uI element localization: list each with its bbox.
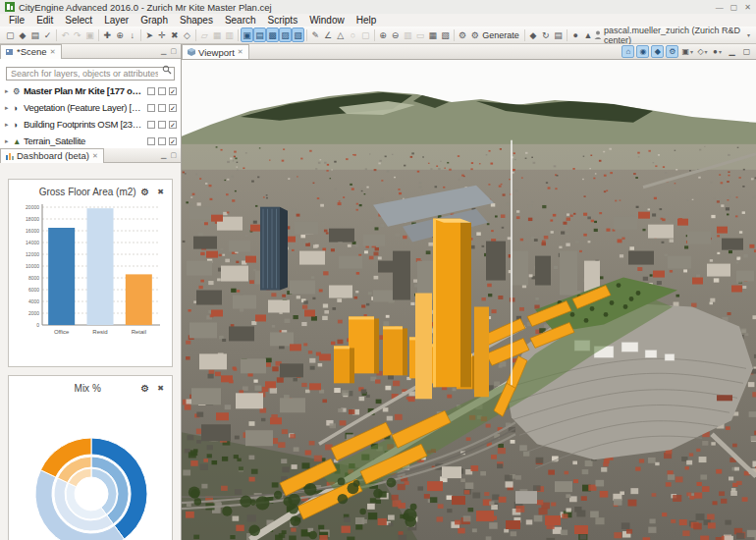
freehand-icon[interactable]: ▢ — [359, 27, 372, 42]
expand-chevron-icon[interactable]: ▸ — [5, 121, 13, 129]
layer-visibility-checkbox-checked[interactable]: ✓ — [169, 87, 177, 95]
close-window-icon[interactable]: ✕ — [744, 3, 751, 12]
guides-icon[interactable]: ▥ — [223, 27, 236, 42]
zoom-tool-icon[interactable]: ⊕ — [114, 27, 127, 42]
layer-visibility-checkbox[interactable] — [158, 121, 166, 129]
layer-row[interactable]: ▸◑Building Footprints OSM [23389 objects… — [0, 116, 181, 133]
scene-panel-maximize-icon[interactable]: ▢ — [170, 47, 177, 55]
split-icon[interactable]: ▥ — [402, 27, 414, 42]
menu-item-graph[interactable]: Graph — [135, 15, 174, 26]
circle-draw-icon[interactable]: ○ — [347, 27, 359, 42]
frame-view-icon[interactable]: ⌂ — [621, 45, 634, 58]
look-at-icon[interactable]: ◉ — [636, 45, 649, 58]
save-icon[interactable]: ▤ — [28, 27, 41, 42]
maximize-window-icon[interactable]: ▢ — [730, 3, 738, 12]
view-settings-icon[interactable]: ⚙ — [666, 45, 678, 58]
polyline-draw-icon[interactable]: ∠ — [322, 27, 335, 42]
menu-item-shapes[interactable]: Shapes — [174, 15, 219, 26]
redo-icon[interactable]: ↷ — [72, 27, 84, 42]
shape-draw-icon[interactable]: △ — [334, 27, 347, 42]
texture-shape-icon[interactable]: ▦ — [426, 27, 439, 42]
layer-visibility-checkbox[interactable] — [147, 87, 155, 95]
layer-row[interactable]: ▸⚙Master Plan Mr Kite [177 objects, 1 se… — [0, 82, 181, 99]
new-scene-icon[interactable]: ▢ — [4, 27, 17, 42]
align-terrain-icon[interactable]: ↓ — [126, 27, 138, 42]
shaded-icon[interactable]: ▩ — [266, 27, 279, 42]
stop-generation-icon[interactable]: ◆ — [527, 27, 540, 42]
mix-card-settings-icon[interactable]: ⚙ — [140, 383, 149, 394]
layer-visibility-checkbox-checked[interactable]: ✓ — [169, 137, 177, 145]
render-mode-icon[interactable]: ●▾ — [711, 45, 724, 58]
user-account-menu[interactable]: pascal.mueller_zurich (Zurich R&D center… — [594, 26, 752, 45]
offset-icon[interactable]: ⊕ — [377, 27, 390, 42]
tab-scene[interactable]: *Scene ✕ — [0, 44, 62, 59]
menu-item-window[interactable]: Window — [303, 15, 351, 26]
menu-item-scripts[interactable]: Scripts — [262, 15, 304, 26]
layer-visibility-checkbox-checked[interactable]: ✓ — [169, 104, 177, 112]
minimize-panel-icon[interactable]: ▁ — [726, 45, 738, 58]
layer-visibility-checkbox[interactable] — [147, 137, 155, 145]
layer-visibility-checkbox-checked[interactable]: ✓ — [169, 121, 177, 129]
minimize-window-icon[interactable]: — — [716, 3, 724, 12]
menu-item-layer[interactable]: Layer — [98, 15, 135, 26]
info-display-icon[interactable]: ▧ — [292, 27, 304, 42]
camera-icon[interactable]: ◇▾ — [696, 45, 709, 58]
assign-rule-icon[interactable]: ⚙ — [457, 27, 469, 42]
tab-viewport[interactable]: Viewport ✕ — [182, 44, 249, 59]
layer-row[interactable]: ▸▲Terrain_Satellite✓ — [0, 133, 181, 148]
layer-visibility-checkbox[interactable] — [158, 87, 166, 95]
layer-row[interactable]: ▸◑Vegetation (Feature Layer) [1976 objec… — [0, 99, 181, 116]
setback-icon[interactable]: ⊖ — [389, 27, 402, 42]
menu-item-edit[interactable]: Edit — [30, 15, 59, 26]
layer-visibility-checkbox[interactable] — [147, 104, 155, 112]
layer-visibility-checkbox[interactable] — [147, 121, 155, 129]
gfa-card-settings-icon[interactable]: ⚙ — [140, 187, 149, 197]
snap-icon[interactable]: ▱ — [198, 27, 211, 42]
apply-icon[interactable]: ✓ — [41, 27, 54, 42]
add-select-icon[interactable]: ✛ — [156, 27, 169, 42]
menu-item-file[interactable]: File — [3, 15, 30, 26]
generate-icon[interactable]: ⚙ — [468, 27, 481, 42]
dashboard-tab-close-icon[interactable]: ✕ — [92, 152, 98, 160]
undo-icon[interactable]: ↶ — [59, 27, 72, 42]
viewport-3d-scene[interactable] — [182, 60, 756, 540]
viewport-tab-close-icon[interactable]: ✕ — [238, 48, 243, 56]
expand-chevron-icon[interactable]: ▸ — [5, 87, 13, 95]
layer-visibility-checkbox[interactable] — [158, 104, 166, 112]
isometric-view-icon[interactable]: ◆ — [651, 45, 664, 58]
generate-button-label[interactable]: Generate — [481, 30, 522, 40]
lasso-icon[interactable]: ◇ — [181, 27, 193, 42]
menu-item-search[interactable]: Search — [219, 15, 262, 26]
cleanup-icon[interactable]: ▧ — [439, 27, 452, 42]
log-icon[interactable]: ▲ — [582, 27, 595, 42]
dashboard-panel-minimize-icon[interactable]: ▁ — [161, 151, 166, 159]
deselect-icon[interactable]: ✖ — [168, 27, 181, 42]
dashboard-panel-maximize-icon[interactable]: ▢ — [170, 151, 177, 159]
layer-search-input[interactable] — [6, 67, 175, 81]
measure-icon[interactable]: ▭ — [414, 27, 427, 42]
mix-card-close-icon[interactable]: ✖ — [157, 384, 164, 393]
polygon-draw-icon[interactable]: ✎ — [309, 27, 322, 42]
layer-visibility-checkbox[interactable] — [158, 137, 166, 145]
wireframe-icon[interactable]: ▤ — [253, 27, 266, 42]
copy-icon[interactable]: ▣ — [83, 27, 96, 42]
tab-dashboard[interactable]: Dashboard (beta) ✕ — [0, 148, 104, 163]
maximize-panel-icon[interactable]: ▢ — [740, 45, 753, 58]
reports-icon[interactable]: ▤ — [552, 27, 565, 42]
move-tool-icon[interactable]: ✚ — [101, 27, 114, 42]
expand-chevron-icon[interactable]: ▸ — [5, 137, 13, 145]
grid-icon[interactable]: ▦ — [211, 27, 224, 42]
menu-item-select[interactable]: Select — [59, 15, 98, 26]
scene-panel-minimize-icon[interactable]: ▁ — [161, 47, 166, 55]
expand-chevron-icon[interactable]: ▸ — [5, 104, 13, 112]
select-tool-icon[interactable]: ➤ — [143, 27, 156, 42]
bookmarks-icon[interactable]: ▣▾ — [680, 45, 694, 58]
open-icon[interactable]: ◆ — [17, 27, 29, 42]
textured-icon[interactable]: ▨ — [279, 27, 292, 42]
view-settings-icon[interactable]: ▣ — [241, 27, 253, 42]
gfa-card-close-icon[interactable]: ✖ — [157, 188, 164, 196]
scene-tab-close-icon[interactable]: ✕ — [50, 48, 56, 56]
console-icon[interactable]: ● — [569, 27, 582, 42]
update-seed-icon[interactable]: ↻ — [539, 27, 552, 42]
menu-item-help[interactable]: Help — [351, 15, 383, 26]
